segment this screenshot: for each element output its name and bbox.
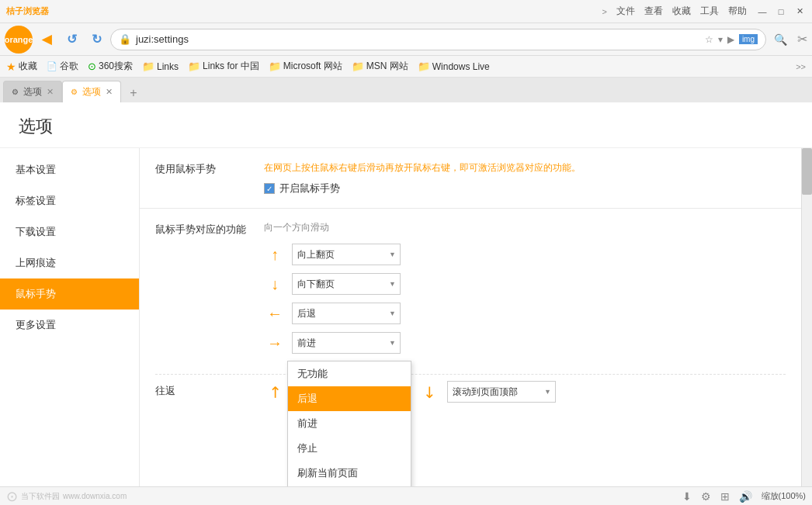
menu-view[interactable]: 查看 — [644, 5, 663, 18]
page-title: 选项 — [19, 116, 53, 136]
gesture-down-select[interactable]: 向下翻页 — [292, 273, 401, 295]
sidebar-item-tabs[interactable]: 标签设置 — [0, 185, 139, 216]
tab-bar: ⚙ 选项 ✕ ⚙ 选项 ✕ + — [0, 78, 812, 102]
gesture-up-select-wrapper: 向上翻页 — [292, 244, 401, 265]
dropdown-item-forward[interactable]: 前进 — [288, 411, 411, 436]
address-image-icon[interactable]: img — [739, 34, 758, 44]
return-right-select[interactable]: 滚动到页面顶部 — [447, 381, 556, 403]
bookmarks-more-icon[interactable]: >> — [796, 62, 806, 71]
bookmark-google[interactable]: 📄 谷歌 — [47, 60, 78, 73]
down-arrow-button[interactable]: ⬇ — [682, 490, 692, 503]
bookmark-microsoft[interactable]: 📁 Microsoft 网站 — [269, 60, 342, 73]
maximize-button[interactable]: □ — [775, 5, 787, 18]
watermark-circle-icon: ⊙ — [6, 488, 18, 505]
dropdown-item-refresh[interactable]: 刷新当前页面 — [288, 461, 411, 486]
watermark-text: 当下软件园 — [21, 491, 60, 502]
window-controls: — □ ✕ — [756, 5, 806, 18]
gesture-left-select-wrapper: 后退 — [292, 303, 401, 324]
dropdown-item-none[interactable]: 无功能 — [288, 361, 411, 386]
return-right: ↘ 滚动到页面顶部 — [419, 381, 556, 403]
address-dropdown-icon[interactable]: ▾ — [718, 34, 723, 45]
gesture-checkbox-label: 开启鼠标手势 — [279, 182, 340, 195]
bookmark-microsoft-icon: 📁 — [269, 61, 281, 72]
tab-options-1[interactable]: ⚙ 选项 ✕ — [3, 81, 62, 102]
title-bar-right: > 文件 查看 收藏 工具 帮助 — □ ✕ — [602, 5, 806, 18]
gesture-subtitle: 向一个方向滑动 — [264, 221, 786, 234]
bookmark-links-china[interactable]: 📁 Links for 中国 — [188, 60, 259, 73]
mouse-gesture-desc: 在网页上按住鼠标右键后滑动再放开鼠标右键，即可激活浏览器对应的功能。 — [264, 161, 786, 175]
gesture-dropdown-overlay: 无功能 后退 前进 停止 刷新当前页面 向上翻页 向下翻页 滚动到页面顶部 — [287, 361, 411, 486]
left-arrow-icon: ← — [264, 306, 286, 321]
back-button[interactable]: ◀ — [36, 29, 57, 50]
bookmarks-star[interactable]: ★ 收藏 — [6, 60, 37, 73]
tab-options-2[interactable]: ⚙ 选项 ✕ — [62, 81, 121, 102]
dropdown-item-stop[interactable]: 停止 — [288, 436, 411, 461]
refresh-button[interactable]: ↻ — [85, 29, 107, 50]
address-shield-icon: 🔒 — [119, 33, 131, 45]
zoom-level[interactable]: 缩放(100%) — [762, 490, 806, 502]
dropdown-item-back[interactable]: 后退 — [288, 386, 411, 411]
sidebar-item-basic[interactable]: 基本设置 — [0, 154, 139, 185]
gesture-down-select-wrapper: 向下翻页 — [292, 273, 401, 295]
bookmark-windows-live[interactable]: 📁 Windows Live — [418, 61, 490, 72]
address-text: juzi:settings — [136, 33, 700, 45]
new-tab-button[interactable]: + — [124, 84, 143, 102]
address-bar[interactable]: 🔒 juzi:settings ☆ ▾ ▶ img — [110, 29, 766, 50]
star-icon[interactable]: ☆ — [705, 34, 713, 45]
gesture-function-section: 鼠标手势对应的功能 向一个方向滑动 ↑ 向上翻页 — [140, 209, 801, 374]
gesture-right-select[interactable]: 前进 — [292, 332, 401, 354]
watermark-url: www.downxia.com — [63, 492, 127, 500]
tab-1-favicon: ⚙ — [12, 88, 19, 96]
sidebar-item-history[interactable]: 上网痕迹 — [0, 247, 139, 278]
bookmark-msn[interactable]: 📁 MSN 网站 — [352, 60, 408, 73]
gesture-checkbox[interactable]: ✓ — [264, 183, 275, 194]
tab-1-close-button[interactable]: ✕ — [47, 87, 54, 97]
scrollbar-thumb[interactable] — [802, 148, 812, 195]
gesture-up-row: ↑ 向上翻页 — [264, 244, 786, 265]
gesture-left-select[interactable]: 后退 — [292, 303, 401, 324]
logo-text: orange — [5, 35, 33, 44]
sidebar-item-gesture[interactable]: 鼠标手势 — [0, 278, 139, 310]
close-button[interactable]: ✕ — [793, 5, 806, 18]
right-inner: 使用鼠标手势 在网页上按住鼠标右键后滑动再放开鼠标右键，即可激活浏览器对应的功能… — [140, 148, 812, 486]
browser-logo[interactable]: orange — [5, 26, 33, 54]
bookmarks-label: 收藏 — [19, 60, 37, 73]
minimize-button[interactable]: — — [756, 5, 769, 18]
diag-up-arrow-icon: ↗ — [262, 379, 288, 405]
return-label: 往返 — [155, 381, 248, 398]
scrollbar[interactable] — [801, 148, 812, 486]
gesture-checkbox-row[interactable]: ✓ 开启鼠标手势 — [264, 182, 786, 195]
gesture-right-row: → 前进 — [264, 332, 786, 354]
sidebar-item-download[interactable]: 下载设置 — [0, 216, 139, 247]
menu-favorites[interactable]: 收藏 — [672, 5, 691, 18]
address-forward-icon[interactable]: ▶ — [727, 34, 734, 45]
menu-file[interactable]: 文件 — [616, 5, 635, 18]
tab-2-close-button[interactable]: ✕ — [106, 87, 113, 97]
sidebar-item-more[interactable]: 更多设置 — [0, 310, 139, 341]
tab-2-label: 选项 — [82, 85, 101, 99]
menu-tools[interactable]: 工具 — [700, 5, 719, 18]
diag-down-arrow-icon: ↘ — [417, 379, 443, 405]
dropdown-item-scroll-up[interactable]: 向上翻页 — [288, 486, 411, 486]
bookmark-links[interactable]: 📁 Links — [142, 61, 179, 72]
check-icon: ✓ — [266, 185, 272, 193]
page-body: 选项 基本设置 标签设置 下载设置 上网痕迹 鼠标手势 更多设置 使用鼠标手势 — [0, 102, 812, 486]
bookmark-links-icon: 📁 — [142, 61, 154, 72]
gesture-up-select[interactable]: 向上翻页 — [292, 244, 401, 265]
right-arrow-icon: → — [264, 335, 286, 351]
search-button[interactable]: 🔍 — [769, 29, 791, 50]
browser-window: 桔子浏览器 > 文件 查看 收藏 工具 帮助 — □ ✕ orange ◀ ↺ … — [0, 0, 812, 505]
right-panel: 使用鼠标手势 在网页上按住鼠标右键后滑动再放开鼠标右键，即可激活浏览器对应的功能… — [140, 148, 812, 486]
menu-arrow: > — [602, 7, 607, 16]
forward-button[interactable]: ↺ — [61, 29, 82, 50]
bookmark-360[interactable]: ⊙ 360搜索 — [88, 60, 133, 73]
page-layout-button[interactable]: ⊞ — [720, 490, 730, 503]
gesture-right-select-wrapper: 前进 — [292, 332, 401, 354]
gear-button[interactable]: ⚙ — [701, 490, 711, 503]
scissors-icon[interactable]: ✂ — [797, 32, 807, 47]
star-bookmark-icon: ★ — [6, 61, 16, 73]
sound-button[interactable]: 🔊 — [739, 490, 752, 503]
bookmark-msn-label: MSN 网站 — [366, 60, 408, 73]
menu-help[interactable]: 帮助 — [728, 5, 747, 18]
mouse-gesture-content: 在网页上按住鼠标右键后滑动再放开鼠标右键，即可激活浏览器对应的功能。 ✓ 开启鼠… — [264, 161, 786, 195]
